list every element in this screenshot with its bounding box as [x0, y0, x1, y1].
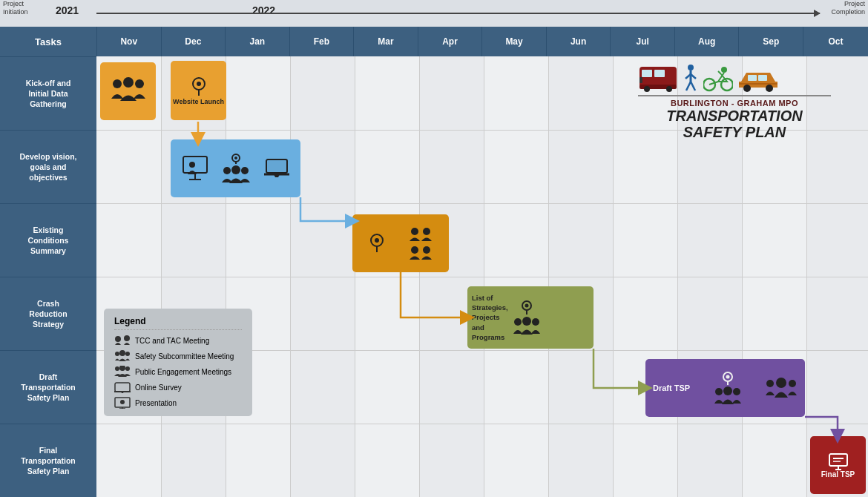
svg-rect-15: [266, 159, 287, 173]
legend-presentation-icon: [114, 397, 131, 409]
board-icon: [828, 452, 849, 470]
kickoff-nov-block: [100, 62, 156, 120]
task-existing: ExistingConditionsSummary: [0, 203, 96, 277]
legend-survey-icon: [114, 381, 131, 393]
task-vision: Develop vision,goals andobjectives: [0, 130, 96, 203]
svg-rect-57: [654, 70, 665, 77]
pin-icon-strategies: [519, 300, 534, 316]
svg-line-67: [691, 82, 695, 90]
bus-icon: [638, 64, 678, 92]
pin-draft: [721, 372, 734, 386]
svg-point-70: [721, 67, 727, 73]
svg-point-47: [119, 366, 125, 371]
svg-point-42: [124, 335, 130, 341]
svg-point-24: [525, 304, 528, 308]
website-launch-label: Website Launch: [173, 98, 224, 106]
group-draft-large: [765, 378, 798, 398]
svg-point-48: [125, 366, 130, 371]
year-2022: 2022: [252, 4, 275, 16]
svg-rect-76: [739, 83, 777, 85]
group-draft: [714, 386, 741, 404]
svg-point-43: [115, 352, 119, 356]
month-sep: Sep: [738, 27, 803, 56]
svg-point-29: [726, 375, 729, 379]
svg-point-1: [123, 77, 134, 88]
legend-tcc-label: TCC and TAC Meeting: [135, 337, 209, 345]
month-feb: Feb: [289, 27, 354, 56]
meeting-icon: [110, 75, 147, 105]
grid-area: Kick-off andInitial DataGathering Develo…: [0, 56, 868, 497]
pedestrian-icon: [683, 64, 699, 92]
legend-item-tcc: TCC and TAC Meeting: [114, 335, 242, 346]
svg-point-74: [743, 85, 751, 92]
month-nov: Nov: [96, 27, 161, 56]
project-initiation-label: Project Initiation: [3, 0, 28, 16]
legend-item-safety: Safety Subcommittee Meeting: [114, 350, 242, 362]
svg-point-8: [189, 162, 195, 168]
svg-point-20: [423, 228, 430, 235]
svg-point-62: [688, 65, 694, 70]
tsp-title-line1: TRANSPORTATION: [638, 108, 831, 124]
svg-point-2: [135, 79, 144, 88]
draft-tsp-block: Draft TSP: [645, 359, 805, 417]
svg-rect-72: [748, 75, 757, 81]
month-jan: Jan: [225, 27, 289, 56]
svg-point-59: [644, 86, 650, 92]
month-may: May: [481, 27, 546, 56]
svg-point-30: [715, 388, 723, 395]
svg-point-27: [532, 318, 539, 326]
svg-point-75: [766, 85, 773, 92]
svg-point-25: [514, 318, 522, 326]
month-jun: Jun: [546, 27, 611, 56]
legend-public-icon: [114, 366, 131, 378]
vision-block: [171, 139, 300, 197]
location-pin-small: [228, 153, 244, 165]
strategies-text: List ofStrategies,ProjectsandPrograms: [472, 293, 508, 342]
tasks-header: Tasks: [0, 27, 96, 56]
svg-rect-56: [642, 70, 652, 77]
svg-point-12: [231, 165, 240, 174]
legend-item-survey: Online Survey: [114, 381, 242, 393]
month-dec: Dec: [161, 27, 226, 56]
svg-point-32: [733, 388, 740, 395]
svg-point-13: [241, 167, 249, 174]
svg-point-33: [766, 380, 774, 387]
group-strategies: [513, 316, 541, 335]
svg-point-21: [411, 246, 418, 254]
car-icon: [737, 67, 779, 92]
task-crash: CrashReductionStrategy: [0, 277, 96, 350]
svg-point-26: [522, 317, 531, 326]
legend-item-presentation: Presentation: [114, 397, 242, 409]
location-icon: [188, 76, 209, 96]
existing-block: [352, 214, 449, 272]
tsp-title-line2: SAFETY PLAN: [638, 124, 831, 140]
presentation-icon: [182, 155, 208, 182]
project-completion-label: Project Completion: [831, 0, 865, 16]
svg-point-4: [197, 82, 201, 86]
group-icon-small: [221, 165, 251, 184]
svg-point-54: [120, 400, 125, 404]
svg-rect-73: [758, 75, 767, 81]
strategies-block: List ofStrategies,ProjectsandPrograms: [467, 286, 594, 349]
svg-point-31: [723, 386, 732, 395]
tasks-column: Kick-off andInitial DataGathering Develo…: [0, 56, 96, 497]
svg-point-11: [223, 167, 231, 174]
laptop-icon: [264, 158, 289, 179]
svg-point-41: [115, 336, 121, 342]
task-final: FinalTransportationSafety Plan: [0, 424, 96, 497]
svg-point-0: [113, 79, 122, 88]
svg-point-34: [776, 378, 786, 388]
month-headers: Tasks Nov Dec Jan Feb Mar Apr May Jun Ju…: [0, 27, 868, 56]
svg-point-18: [375, 238, 379, 243]
legend-title: Legend: [114, 316, 242, 330]
svg-point-22: [423, 246, 430, 254]
legend-tcc-icon: [114, 335, 131, 346]
legend-safety-icon: [114, 350, 131, 362]
legend-survey-label: Online Survey: [135, 384, 182, 392]
year-2021: 2021: [56, 4, 79, 16]
svg-point-19: [411, 228, 418, 235]
location-pin-icon: [369, 233, 385, 254]
svg-point-45: [125, 352, 130, 356]
svg-rect-61: [640, 77, 642, 83]
svg-point-46: [115, 366, 119, 371]
